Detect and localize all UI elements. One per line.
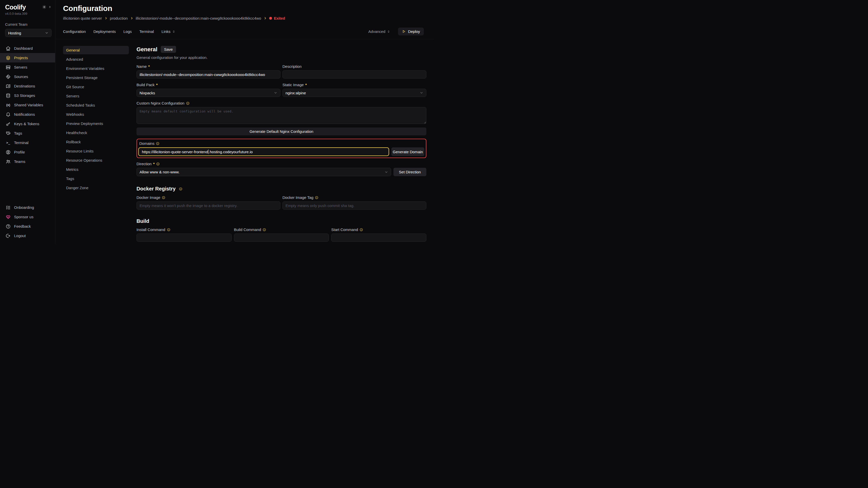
required-asterisk: *: [153, 162, 155, 166]
subnav-rollback[interactable]: Rollback: [63, 138, 129, 146]
team-select-value: Hosting: [8, 31, 21, 35]
custom-nginx-textarea[interactable]: [136, 107, 426, 124]
subnav-servers[interactable]: Servers: [63, 92, 129, 100]
sidebar-item-notifications[interactable]: Notifications: [0, 110, 55, 119]
sidebar-item-label: Sources: [14, 74, 28, 79]
theme-sun-icon[interactable]: [42, 5, 46, 9]
subnav-tags[interactable]: Tags: [63, 174, 129, 183]
tab-terminal[interactable]: Terminal: [139, 29, 154, 34]
save-button[interactable]: Save: [161, 46, 176, 53]
chevron-down-icon: [45, 31, 49, 35]
sidebar-item-profile[interactable]: Profile: [0, 148, 55, 157]
sidebar-item-onboarding[interactable]: Onboarding: [0, 203, 55, 212]
domains-label: Domains: [139, 141, 154, 145]
info-icon[interactable]: [156, 142, 159, 145]
build-command-input[interactable]: [234, 233, 329, 242]
static-image-select[interactable]: nginx:alpine: [282, 89, 426, 97]
name-input[interactable]: [136, 70, 280, 78]
description-input[interactable]: [282, 70, 426, 78]
chevron-right-icon: [264, 17, 267, 20]
config-subnav: General Advanced Environment Variables P…: [63, 46, 129, 193]
status-badge: Exited: [269, 16, 285, 21]
info-icon[interactable]: [162, 196, 165, 199]
sidebar-item-sponsor-us[interactable]: Sponsor us: [0, 212, 55, 222]
docker-image-input[interactable]: [136, 201, 280, 209]
sidebar-item-teams[interactable]: Teams: [0, 157, 55, 166]
general-form: General Save General configuration for y…: [136, 46, 426, 244]
subnav-healthcheck[interactable]: Healthcheck: [63, 129, 129, 137]
sidebar-item-servers[interactable]: Servers: [0, 62, 55, 72]
sidebar-item-destinations[interactable]: Destinations: [0, 82, 55, 91]
info-icon[interactable]: [315, 196, 318, 199]
chevrons-up-down-icon: [387, 30, 391, 33]
info-icon[interactable]: [179, 187, 182, 191]
subnav-environment-variables[interactable]: Environment Variables: [63, 64, 129, 73]
bell-icon: [6, 112, 11, 117]
subnav-preview-deployments[interactable]: Preview Deployments: [63, 119, 129, 128]
sidebar-item-terminal[interactable]: >_ Terminal: [0, 138, 55, 148]
sidebar-item-keys-tokens[interactable]: Keys & Tokens: [0, 119, 55, 129]
tab-bar: Configuration Deployments Logs Terminal …: [55, 28, 434, 39]
user-circle-icon: [6, 150, 11, 155]
advanced-selector[interactable]: Advanced: [368, 29, 391, 34]
generate-nginx-button[interactable]: Generate Default Nginx Configuration: [136, 128, 426, 135]
name-label: Name: [136, 64, 147, 69]
info-icon[interactable]: [262, 228, 266, 231]
tab-logs[interactable]: Logs: [123, 29, 132, 34]
info-icon[interactable]: [360, 228, 363, 231]
subnav-resource-operations[interactable]: Resource Operations: [63, 156, 129, 164]
tab-configuration[interactable]: Configuration: [63, 29, 86, 34]
subnav-webhooks[interactable]: Webhooks: [63, 110, 129, 119]
subnav-persistent-storage[interactable]: Persistent Storage: [63, 73, 129, 82]
sidebar-item-sources[interactable]: Sources: [0, 72, 55, 82]
subnav-advanced[interactable]: Advanced: [63, 55, 129, 64]
subnav-scheduled-tasks[interactable]: Scheduled Tasks: [63, 101, 129, 109]
domains-value-after-cursor: .hosting.codeyourfuture.io: [209, 150, 253, 154]
tab-deployments[interactable]: Deployments: [93, 29, 116, 34]
domains-input[interactable]: https://illicitonion-quote-server-fronte…: [138, 148, 389, 156]
build-pack-select[interactable]: Nixpacks: [136, 89, 280, 97]
info-icon[interactable]: [156, 162, 160, 166]
sidebar-item-projects[interactable]: Projects: [0, 53, 55, 62]
parentheses-x-icon: (x): [6, 102, 11, 107]
sidebar-item-label: Dashboard: [14, 46, 33, 51]
tab-links-label: Links: [161, 29, 170, 34]
breadcrumb: illicitonion quote server production ill…: [63, 16, 424, 21]
subnav-general[interactable]: General: [63, 46, 129, 54]
deploy-button[interactable]: Deploy: [398, 28, 424, 35]
team-select[interactable]: Hosting: [5, 29, 52, 37]
set-direction-button[interactable]: Set Direction: [394, 168, 426, 176]
subnav-metrics[interactable]: Metrics: [63, 165, 129, 174]
subnav-resource-limits[interactable]: Resource Limits: [63, 147, 129, 155]
tab-links[interactable]: Links: [161, 29, 176, 34]
sidebar-item-feedback[interactable]: Feedback: [0, 222, 55, 231]
sidebar-item-dashboard[interactable]: Dashboard: [0, 43, 55, 53]
description-label: Description: [282, 64, 302, 69]
domains-highlight-box: Domains https://illicitonion-quote-serve…: [136, 139, 426, 158]
section-description: General configuration for your applicati…: [136, 55, 426, 60]
sidebar-item-label: Servers: [14, 65, 27, 69]
sidebar-item-tags[interactable]: Tags: [0, 129, 55, 138]
section-heading-general: General: [136, 46, 157, 53]
breadcrumb-project[interactable]: illicitonion quote server: [63, 16, 102, 21]
info-icon[interactable]: [186, 101, 190, 105]
breadcrumb-application[interactable]: illicitestonion/-module--decomposition:m…: [136, 16, 261, 21]
info-icon[interactable]: [167, 228, 170, 231]
subnav-danger-zone[interactable]: Danger Zone: [63, 184, 129, 192]
start-command-input[interactable]: [331, 233, 426, 242]
sidebar-item-shared-variables[interactable]: (x) Shared Variables: [0, 100, 55, 110]
sidebar-item-s3-storages[interactable]: S3 Storages: [0, 91, 55, 100]
install-command-input[interactable]: [136, 233, 232, 242]
generate-domain-button[interactable]: Generate Domain: [392, 148, 424, 156]
docker-image-tag-input[interactable]: [282, 201, 426, 209]
breadcrumb-environment[interactable]: production: [110, 16, 128, 21]
sidebar-item-label: Teams: [14, 159, 25, 164]
sidebar-item-logout[interactable]: Logout: [0, 231, 55, 240]
app-logo: Coolify: [5, 4, 27, 11]
git-diamond-icon: [6, 74, 11, 79]
build-pack-value: Nixpacks: [140, 91, 155, 95]
chevron-down-icon: [384, 170, 388, 174]
subnav-git-source[interactable]: Git Source: [63, 83, 129, 91]
direction-select[interactable]: Allow www & non-www.: [136, 168, 391, 176]
theme-selector-chevrons-icon[interactable]: [48, 5, 52, 9]
